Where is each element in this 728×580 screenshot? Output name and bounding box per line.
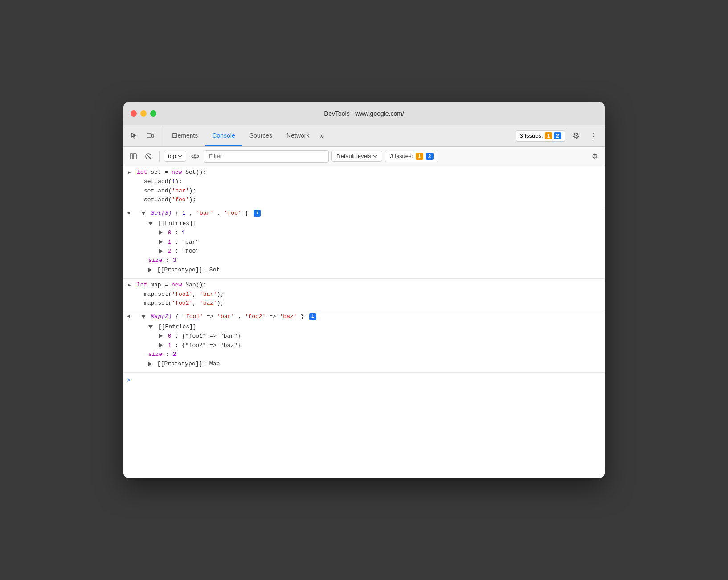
collapse-arrow-set[interactable]: ◀ — [127, 209, 130, 217]
tab-network[interactable]: Network — [279, 125, 316, 146]
console-output: ▶ let set = new Set(); set.add(1); set.a… — [123, 166, 605, 478]
info-badge: 2 — [554, 132, 561, 139]
expand-arrow-set-input[interactable]: ▶ — [128, 169, 131, 177]
console-settings-button[interactable]: ⚙ — [589, 150, 601, 163]
triangle-set[interactable] — [141, 212, 146, 215]
close-button[interactable] — [131, 110, 137, 117]
toolbar-divider-1 — [159, 151, 160, 162]
console-prompt-line: > — [123, 373, 605, 388]
triangle-2-set[interactable] — [159, 249, 163, 253]
filter-input[interactable] — [204, 150, 329, 163]
issues-count-button[interactable]: 3 Issues: 1 2 — [385, 151, 438, 162]
tab-right-controls: 3 Issues: 1 2 ⚙ ⋮ — [516, 125, 601, 146]
window-title: DevTools - www.google.com/ — [324, 110, 404, 117]
console-entry-set-input: ▶ let set = new Set(); set.add(1); set.a… — [123, 166, 605, 207]
inspect-element-button[interactable] — [127, 129, 141, 143]
issues-badge[interactable]: 3 Issues: 1 2 — [516, 130, 565, 142]
more-tabs-button[interactable]: » — [316, 125, 327, 146]
svg-rect-2 — [130, 154, 133, 159]
settings-button[interactable]: ⚙ — [569, 129, 583, 143]
triangle-1-map[interactable] — [159, 343, 163, 347]
devtools-icons — [127, 125, 163, 146]
triangle-proto-map[interactable] — [148, 362, 152, 366]
traffic-lights — [131, 110, 156, 117]
console-entry-map-input: ▶ let map = new Map(); map.set('foo1', '… — [123, 279, 605, 310]
clear-console-button[interactable] — [142, 150, 155, 163]
warn-badge: 1 — [545, 132, 552, 139]
info-count: 2 — [426, 153, 434, 160]
console-entry-map-output: ◀ Map(2) { 'foo1' => 'bar' , 'foo2' => '… — [123, 310, 605, 373]
svg-line-5 — [147, 155, 150, 158]
tab-console[interactable]: Console — [205, 125, 242, 146]
console-entry-set-output: ◀ Set(3) { 1 , 'bar' , 'foo' } i [[Entri… — [123, 207, 605, 279]
triangle-1-set[interactable] — [159, 240, 163, 244]
default-levels-button[interactable]: Default levels — [331, 151, 382, 162]
console-input[interactable] — [134, 377, 601, 384]
prompt-symbol: > — [127, 376, 131, 385]
triangle-0-map[interactable] — [159, 334, 163, 338]
triangle-entries-map[interactable] — [148, 325, 153, 329]
tab-bar: Elements Console Sources Network » 3 Iss… — [123, 125, 605, 147]
devtools-window: DevTools - www.google.com/ Elements Cons — [123, 102, 605, 478]
svg-rect-3 — [133, 154, 136, 159]
triangle-proto-set[interactable] — [148, 268, 152, 272]
fullscreen-button[interactable] — [150, 110, 156, 117]
expand-arrow-map-input[interactable]: ▶ — [128, 282, 131, 290]
console-toolbar: top Default levels 3 Issues: 1 2 ⚙ — [123, 147, 605, 166]
more-options-button[interactable]: ⋮ — [587, 129, 601, 143]
collapse-arrow-map[interactable]: ◀ — [127, 313, 130, 321]
minimize-button[interactable] — [140, 110, 147, 117]
title-bar: DevTools - www.google.com/ — [123, 102, 605, 125]
map-info-badge[interactable]: i — [309, 313, 316, 320]
triangle-map[interactable] — [141, 315, 146, 319]
svg-rect-1 — [152, 135, 154, 137]
devtools-tabs: Elements Console Sources Network » — [165, 125, 327, 146]
warn-count: 1 — [416, 153, 423, 160]
set-info-badge[interactable]: i — [254, 210, 261, 217]
sidebar-toggle-button[interactable] — [127, 150, 139, 163]
tab-sources[interactable]: Sources — [242, 125, 279, 146]
triangle-entries-set[interactable] — [148, 222, 153, 225]
tab-elements[interactable]: Elements — [165, 125, 205, 146]
triangle-0-set[interactable] — [159, 230, 163, 235]
device-toggle-button[interactable] — [143, 129, 157, 143]
svg-point-6 — [194, 155, 196, 157]
svg-rect-0 — [147, 134, 151, 137]
context-selector[interactable]: top — [164, 151, 186, 162]
eye-button[interactable] — [189, 150, 201, 163]
